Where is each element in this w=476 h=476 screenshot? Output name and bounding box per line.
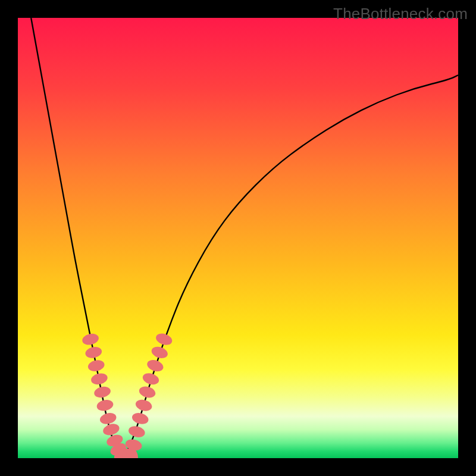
curve-layer <box>18 18 458 458</box>
marker-point <box>81 332 99 346</box>
plot-area <box>18 18 458 458</box>
marker-point <box>131 411 150 426</box>
marker-point <box>96 398 114 412</box>
marker-point <box>146 358 165 374</box>
marker-point <box>93 385 111 399</box>
marker-point <box>138 385 157 400</box>
marker-point <box>150 345 169 360</box>
marker-point <box>127 424 146 439</box>
marker-point <box>87 359 105 373</box>
chart-frame: TheBottleneck.com <box>0 0 476 476</box>
marker-point <box>134 398 154 413</box>
marker-point <box>141 371 160 386</box>
marker-point <box>99 411 118 425</box>
marker-point <box>155 331 174 347</box>
marker-point <box>84 346 103 360</box>
watermark-text: TheBottleneck.com <box>333 5 468 23</box>
marker-points <box>81 331 173 458</box>
curve-right-branch <box>124 75 458 458</box>
marker-point <box>90 372 108 386</box>
marker-point <box>102 422 121 437</box>
